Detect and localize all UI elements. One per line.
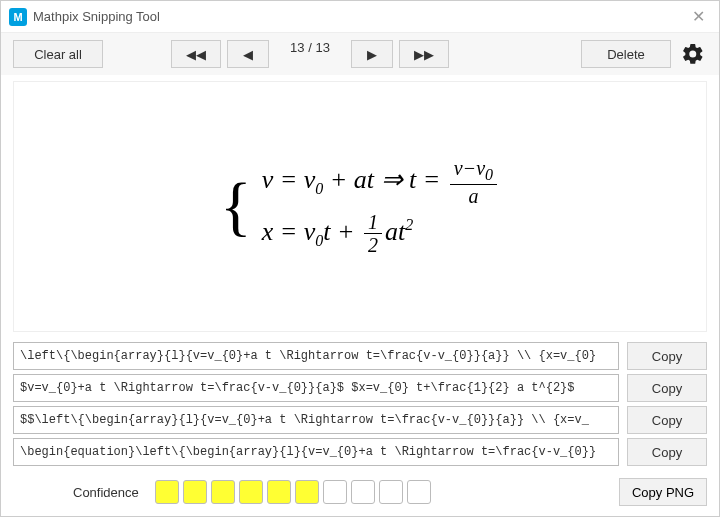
- confidence-box: [407, 480, 431, 504]
- settings-button[interactable]: [679, 40, 707, 68]
- first-button[interactable]: ◀◀: [171, 40, 221, 68]
- close-icon[interactable]: ✕: [686, 7, 711, 26]
- confidence-box: [155, 480, 179, 504]
- result-row: Copy: [13, 342, 707, 370]
- left-brace-icon: {: [220, 175, 252, 238]
- next-icon: ▶: [367, 47, 377, 62]
- delete-button[interactable]: Delete: [581, 40, 671, 68]
- prev-button[interactable]: ◀: [227, 40, 269, 68]
- equation-preview: { v = v0 + at ⇒ t = v−v0a x = v0t + 12at…: [13, 81, 707, 332]
- clear-all-button[interactable]: Clear all: [13, 40, 103, 68]
- toolbar: Clear all ◀◀ ◀ 13 / 13 ▶ ▶▶ Delete: [1, 33, 719, 75]
- last-button[interactable]: ▶▶: [399, 40, 449, 68]
- latex-output-input[interactable]: [13, 342, 619, 370]
- confidence-label: Confidence: [73, 485, 139, 500]
- copy-button[interactable]: Copy: [627, 342, 707, 370]
- nav-group: ◀◀ ◀ 13 / 13 ▶ ▶▶: [171, 40, 449, 68]
- page-counter: 13 / 13: [275, 40, 345, 68]
- next-button[interactable]: ▶: [351, 40, 393, 68]
- copy-png-button[interactable]: Copy PNG: [619, 478, 707, 506]
- gear-icon: [681, 42, 705, 66]
- result-row: Copy: [13, 406, 707, 434]
- confidence-meter: [155, 480, 431, 504]
- footer: Confidence Copy PNG: [1, 472, 719, 516]
- results-panel: CopyCopyCopyCopy: [1, 338, 719, 472]
- prev-icon: ◀: [243, 47, 253, 62]
- rendered-math: { v = v0 + at ⇒ t = v−v0a x = v0t + 12at…: [220, 157, 500, 256]
- confidence-box: [239, 480, 263, 504]
- latex-output-input[interactable]: [13, 406, 619, 434]
- rewind-icon: ◀◀: [186, 47, 206, 62]
- latex-output-input[interactable]: [13, 374, 619, 402]
- copy-button[interactable]: Copy: [627, 374, 707, 402]
- app-window: M Mathpix Snipping Tool ✕ Clear all ◀◀ ◀…: [0, 0, 720, 517]
- confidence-box: [183, 480, 207, 504]
- window-title: Mathpix Snipping Tool: [33, 9, 160, 24]
- confidence-box: [379, 480, 403, 504]
- titlebar: M Mathpix Snipping Tool ✕: [1, 1, 719, 33]
- equation-line-2: x = v0t + 12at2: [262, 211, 500, 257]
- equation-line-1: v = v0 + at ⇒ t = v−v0a: [262, 157, 500, 207]
- fastforward-icon: ▶▶: [414, 47, 434, 62]
- confidence-box: [351, 480, 375, 504]
- confidence-box: [211, 480, 235, 504]
- confidence-box: [323, 480, 347, 504]
- result-row: Copy: [13, 438, 707, 466]
- copy-button[interactable]: Copy: [627, 438, 707, 466]
- copy-button[interactable]: Copy: [627, 406, 707, 434]
- latex-output-input[interactable]: [13, 438, 619, 466]
- confidence-box: [295, 480, 319, 504]
- confidence-box: [267, 480, 291, 504]
- result-row: Copy: [13, 374, 707, 402]
- app-logo-icon: M: [9, 8, 27, 26]
